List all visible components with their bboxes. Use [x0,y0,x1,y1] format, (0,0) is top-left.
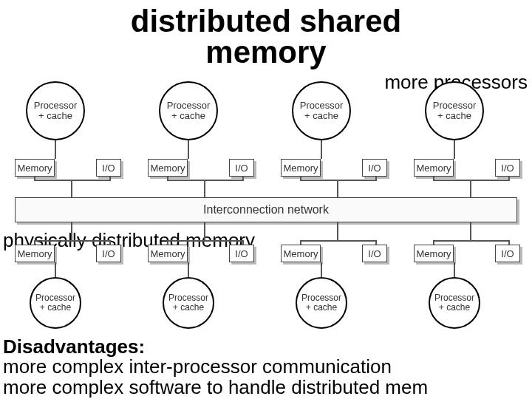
connector-line [34,177,35,181]
connector-line [71,180,72,197]
proc-label-2: + cache [40,303,71,313]
proc-label-2: + cache [306,303,337,313]
processor-node: Processor + cache [159,81,218,140]
memory-box: Memory [15,159,55,177]
connector-line [55,140,56,159]
connector-line [337,180,338,197]
title-line1: distributed shared [0,6,532,37]
memory-box: Memory [148,159,188,177]
connector-line [71,222,72,240]
disadvantages-heading: Disadvantages: [3,335,145,358]
memory-box: Memory [281,159,321,177]
processor-node: Processor + cache [296,277,347,329]
memory-box: Memory [281,245,321,262]
proc-label-1: Processor [300,100,344,111]
proc-label-2: + cache [171,111,205,121]
io-box: I/O [229,159,254,177]
io-box: I/O [96,245,121,262]
connector-line [433,177,434,181]
processor-node: Processor + cache [292,81,351,140]
proc-label-1: Processor [433,100,477,111]
proc-label-2: + cache [439,303,470,313]
processor-node: Processor + cache [163,277,214,329]
memory-box: Memory [414,245,454,262]
connector-line [242,177,244,181]
title-line2: memory [0,37,532,68]
disadvantages-block: Disadvantages: more complex inter-proces… [3,337,529,398]
proc-label-2: + cache [437,111,471,121]
io-box: I/O [495,159,520,177]
io-box: I/O [362,159,387,177]
connector-line [470,180,471,197]
connector-line [454,140,455,159]
proc-label-1: Processor [167,100,211,111]
connector-line [55,262,56,277]
connector-line [109,177,111,181]
connector-line [204,180,205,197]
processor-node: Processor + cache [429,277,480,329]
memory-box: Memory [414,159,454,177]
connector-line [454,262,455,277]
connector-line [300,177,301,181]
proc-label-2: + cache [38,111,72,121]
connector-line [188,262,189,277]
processor-node: Processor + cache [26,81,85,140]
io-box: I/O [229,245,254,262]
connector-line [167,177,168,181]
connector-line [470,222,471,240]
disadvantages-line2: more complex software to handle distribu… [3,376,428,398]
io-box: I/O [495,245,520,262]
processor-node: Processor + cache [30,277,81,329]
proc-label-1: Processor [34,100,78,111]
connector-line [321,262,322,277]
proc-label-2: + cache [304,111,338,121]
processor-node: Processor + cache [425,81,484,140]
connector-line [300,240,375,242]
io-box: I/O [362,245,387,262]
connector-line [433,240,508,242]
connector-line [321,140,322,159]
page-title: distributed shared memory [0,0,532,68]
connector-line [188,140,189,159]
disadvantages-line1: more complex inter-processor communicati… [3,355,392,378]
memory-box: Memory [15,245,55,262]
proc-label-2: + cache [173,303,204,313]
connector-line [508,177,510,181]
io-box: I/O [96,159,121,177]
interconnect-bar: Interconnection network [15,197,517,222]
connector-line [34,240,109,242]
memory-box: Memory [148,245,188,262]
connector-line [204,222,205,240]
connector-line [337,222,338,240]
connector-line [375,177,377,181]
connector-line [167,240,242,242]
